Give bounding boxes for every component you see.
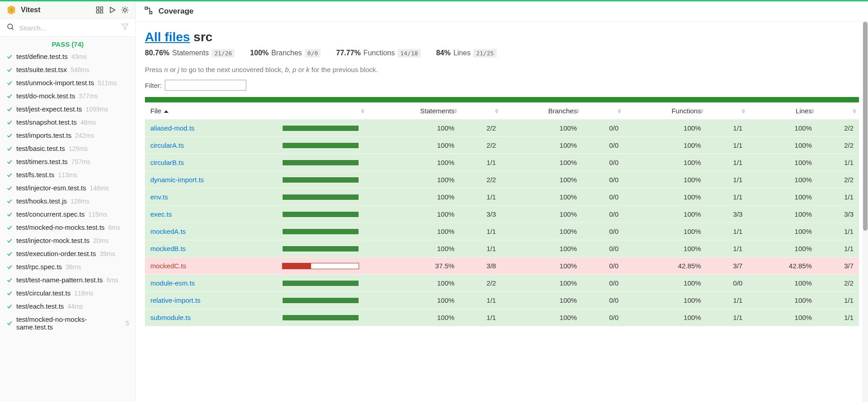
scrollbar-track[interactable] <box>863 22 868 402</box>
col-functions[interactable]: Functions <box>624 102 706 120</box>
coverage-bar <box>282 315 359 321</box>
file-link[interactable]: circularA.ts <box>150 141 184 149</box>
branches-pct: 100% <box>501 223 582 240</box>
functions-pct: 100% <box>624 189 706 206</box>
test-item[interactable]: test/suite.test.tsx 548ms <box>0 63 135 76</box>
statements-pct: 100% <box>367 154 460 171</box>
functions-pct: 100% <box>624 206 706 223</box>
file-link[interactable]: dynamic-import.ts <box>150 176 204 184</box>
test-item[interactable]: test/hooks.test.js 128ms <box>0 194 135 208</box>
test-name: test/suite.test.tsx <box>16 66 67 73</box>
col-branches[interactable]: Branches <box>501 102 582 120</box>
functions-frac: 1/1 <box>706 154 748 171</box>
lines-pct: 100% <box>748 275 817 292</box>
check-icon <box>6 53 13 60</box>
branches-frac: 0/0 <box>582 309 624 326</box>
check-icon <box>6 145 13 152</box>
statements-frac: 1/1 <box>460 223 502 240</box>
test-time: 377ms <box>79 92 98 100</box>
file-link[interactable]: submodule.ts <box>150 314 191 321</box>
test-item[interactable]: test/concurrent.spec.ts 115ms <box>0 208 135 221</box>
coverage-bar <box>282 194 359 200</box>
lines-frac: 2/2 <box>817 171 859 189</box>
test-time: 43ms <box>71 53 86 60</box>
coverage-bar <box>282 125 359 131</box>
svg-line-11 <box>127 12 128 13</box>
test-item[interactable]: test/unmock-import.test.ts 511ms <box>0 76 135 89</box>
check-icon <box>6 237 13 244</box>
test-item[interactable]: test/test-name-pattern.test.ts 6ms <box>0 273 135 286</box>
statements-frac: 1/1 <box>460 292 502 309</box>
col-branches-frac[interactable] <box>582 102 624 120</box>
col-bar[interactable] <box>277 102 367 120</box>
table-row: circularA.ts100%2/2100%0/0100%1/1100%2/2 <box>145 137 859 154</box>
test-item[interactable]: test/each.test.ts 44ms <box>0 300 135 313</box>
test-item[interactable]: test/snapshot.test.ts 46ms <box>0 116 135 129</box>
col-functions-frac[interactable] <box>706 102 748 120</box>
coverage-filter-input[interactable] <box>165 80 246 91</box>
test-name: test/each.test.ts <box>16 302 64 310</box>
lines-pct: 100% <box>748 154 817 171</box>
test-item[interactable]: test/mocked-no-mocks-same.test.ts 5 <box>0 313 135 334</box>
statements-pct: 100% <box>367 275 460 292</box>
test-item[interactable]: test/timers.test.ts 757ms <box>0 155 135 168</box>
svg-rect-1 <box>101 7 103 9</box>
branches-pct: 100% <box>501 171 582 189</box>
statements-pct: 100% <box>367 120 460 137</box>
file-link[interactable]: aliased-mod.ts <box>150 124 195 132</box>
test-item[interactable]: test/jest-expect.test.ts 1099ms <box>0 102 135 116</box>
test-name: test/execution-order.test.ts <box>16 250 96 257</box>
test-item[interactable]: test/imports.test.ts 242ms <box>0 129 135 142</box>
file-link[interactable]: module-esm.ts <box>150 279 195 287</box>
table-row: circularB.ts100%1/1100%0/0100%1/1100%1/1 <box>145 154 859 171</box>
test-item[interactable]: test/execution-order.test.ts 39ms <box>0 247 135 260</box>
functions-pct: 100% <box>624 309 706 326</box>
table-row: env.ts100%1/1100%0/0100%1/1100%1/1 <box>145 189 859 206</box>
test-item[interactable]: test/define.test.ts 43ms <box>0 50 135 63</box>
file-link[interactable]: mockedB.ts <box>150 245 186 252</box>
svg-rect-0 <box>96 7 99 9</box>
test-item[interactable]: test/basic.test.ts 129ms <box>0 142 135 155</box>
col-statements[interactable]: Statements <box>367 102 460 120</box>
filter-icon[interactable] <box>121 23 129 33</box>
test-item[interactable]: test/injector-mock.test.ts 20ms <box>0 234 135 247</box>
file-link[interactable]: mockedC.ts <box>150 262 186 270</box>
file-link[interactable]: circularB.ts <box>150 159 184 166</box>
branches-frac: 0/0 <box>582 275 624 292</box>
svg-line-15 <box>12 28 14 30</box>
lines-pct: 100% <box>748 223 817 240</box>
all-files-link[interactable]: All files <box>145 30 190 44</box>
scrollbar-thumb[interactable] <box>863 22 868 231</box>
file-link[interactable]: exec.ts <box>150 210 172 218</box>
coverage-header: Coverage <box>136 1 868 22</box>
test-item[interactable]: test/do-mock.test.ts 377ms <box>0 89 135 102</box>
dashboard-icon[interactable] <box>96 6 104 14</box>
search-input[interactable] <box>19 24 116 32</box>
run-icon[interactable] <box>108 6 116 14</box>
statements-frac: 1/1 <box>460 309 502 326</box>
functions-pct: 100% <box>624 120 706 137</box>
coverage-bar <box>282 177 359 183</box>
col-file[interactable]: File <box>145 102 277 120</box>
lines-frac: 1/1 <box>817 154 859 171</box>
test-item[interactable]: test/mocked-no-mocks.test.ts 6ms <box>0 221 135 234</box>
col-lines-frac[interactable] <box>817 102 859 120</box>
file-link[interactable]: env.ts <box>150 193 168 201</box>
test-item[interactable]: test/circular.test.ts 118ms <box>0 286 135 300</box>
statements-pct: 100% <box>367 171 460 189</box>
svg-rect-2 <box>96 11 99 13</box>
test-item[interactable]: test/rpc.spec.ts 36ms <box>0 260 135 273</box>
svg-marker-4 <box>110 7 115 13</box>
lines-frac: 1/1 <box>817 309 859 326</box>
file-link[interactable]: relative-import.ts <box>150 296 201 304</box>
col-lines[interactable]: Lines <box>748 102 817 120</box>
file-link[interactable]: mockedA.ts <box>150 228 186 235</box>
lines-frac: 1/1 <box>817 292 859 309</box>
col-statements-frac[interactable] <box>460 102 502 120</box>
test-item[interactable]: test/fs.test.ts 113ms <box>0 168 135 181</box>
test-item[interactable]: test/injector-esm.test.ts 146ms <box>0 181 135 194</box>
functions-pct: 100% <box>624 137 706 154</box>
theme-icon[interactable] <box>121 6 129 14</box>
lines-pct: 84% <box>436 49 451 57</box>
test-time: 20ms <box>93 237 109 244</box>
